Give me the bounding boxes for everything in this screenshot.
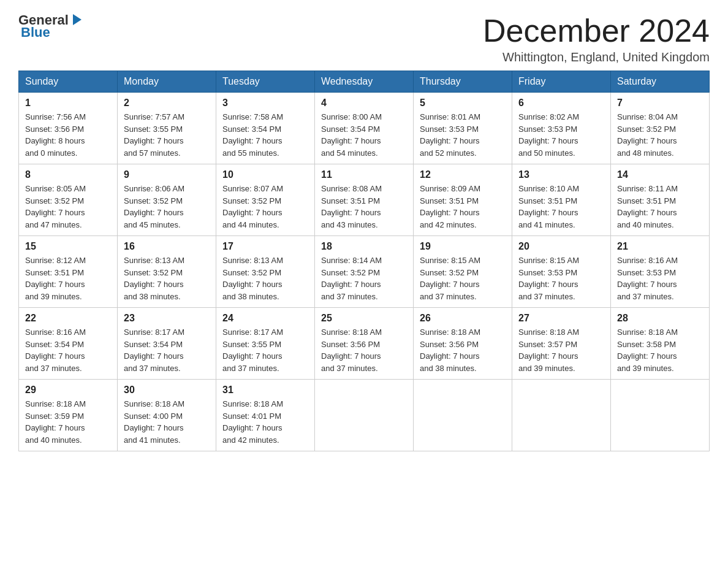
day-info: Sunrise: 8:18 AMSunset: 4:01 PMDaylight:… — [222, 399, 283, 445]
table-row: 8 Sunrise: 8:05 AMSunset: 3:52 PMDayligh… — [19, 164, 118, 236]
table-row: 23 Sunrise: 8:17 AMSunset: 3:54 PMDaylig… — [118, 308, 216, 380]
table-row: 5 Sunrise: 8:01 AMSunset: 3:53 PMDayligh… — [414, 93, 512, 164]
day-number: 30 — [124, 385, 210, 396]
day-number: 19 — [420, 241, 506, 252]
day-number: 11 — [321, 169, 407, 180]
table-row: 31 Sunrise: 8:18 AMSunset: 4:01 PMDaylig… — [216, 380, 315, 451]
table-row: 15 Sunrise: 8:12 AMSunset: 3:51 PMDaylig… — [19, 236, 118, 308]
day-info: Sunrise: 8:10 AMSunset: 3:51 PMDaylight:… — [518, 184, 579, 229]
day-info: Sunrise: 7:58 AMSunset: 3:54 PMDaylight:… — [222, 112, 283, 158]
calendar-table: Sunday Monday Tuesday Wednesday Thursday… — [18, 71, 710, 451]
day-info: Sunrise: 8:02 AMSunset: 3:53 PMDaylight:… — [518, 112, 579, 158]
table-row — [414, 380, 512, 451]
table-row: 12 Sunrise: 8:09 AMSunset: 3:51 PMDaylig… — [414, 164, 512, 236]
col-thursday: Thursday — [414, 71, 512, 93]
table-row — [611, 380, 710, 451]
table-row: 30 Sunrise: 8:18 AMSunset: 4:00 PMDaylig… — [118, 380, 216, 451]
day-number: 20 — [518, 241, 604, 252]
table-row: 10 Sunrise: 8:07 AMSunset: 3:52 PMDaylig… — [216, 164, 315, 236]
day-number: 22 — [25, 313, 111, 324]
day-info: Sunrise: 8:16 AMSunset: 3:54 PMDaylight:… — [25, 327, 86, 373]
location: Whittington, England, United Kingdom — [483, 50, 710, 64]
day-info: Sunrise: 8:00 AMSunset: 3:54 PMDaylight:… — [321, 112, 382, 158]
day-info: Sunrise: 8:09 AMSunset: 3:51 PMDaylight:… — [420, 184, 480, 229]
day-number: 31 — [222, 385, 308, 396]
calendar-week-row: 29 Sunrise: 8:18 AMSunset: 3:59 PMDaylig… — [19, 380, 710, 451]
title-block: December 2024 Whittington, England, Unit… — [483, 12, 710, 64]
col-monday: Monday — [118, 71, 216, 93]
table-row — [512, 380, 611, 451]
day-info: Sunrise: 8:15 AMSunset: 3:52 PMDaylight:… — [420, 256, 480, 301]
col-saturday: Saturday — [611, 71, 710, 93]
calendar-week-row: 8 Sunrise: 8:05 AMSunset: 3:52 PMDayligh… — [19, 164, 710, 236]
day-number: 4 — [321, 98, 407, 109]
day-number: 15 — [25, 241, 111, 252]
month-title: December 2024 — [483, 12, 710, 49]
day-info: Sunrise: 8:18 AMSunset: 3:59 PMDaylight:… — [25, 399, 86, 445]
day-number: 26 — [420, 313, 506, 324]
day-number: 28 — [617, 313, 703, 324]
page-header: General Blue December 2024 Whittington, … — [18, 12, 710, 64]
day-number: 2 — [124, 98, 210, 109]
day-info: Sunrise: 8:13 AMSunset: 3:52 PMDaylight:… — [222, 256, 283, 301]
calendar-week-row: 1 Sunrise: 7:56 AMSunset: 3:56 PMDayligh… — [19, 93, 710, 164]
svg-marker-0 — [73, 14, 82, 25]
table-row: 1 Sunrise: 7:56 AMSunset: 3:56 PMDayligh… — [19, 93, 118, 164]
day-number: 18 — [321, 241, 407, 252]
day-number: 13 — [518, 169, 604, 180]
day-info: Sunrise: 8:17 AMSunset: 3:55 PMDaylight:… — [222, 327, 283, 373]
day-number: 7 — [617, 98, 703, 109]
table-row: 22 Sunrise: 8:16 AMSunset: 3:54 PMDaylig… — [19, 308, 118, 380]
col-sunday: Sunday — [19, 71, 118, 93]
day-info: Sunrise: 8:07 AMSunset: 3:52 PMDaylight:… — [222, 184, 283, 229]
table-row: 27 Sunrise: 8:18 AMSunset: 3:57 PMDaylig… — [512, 308, 611, 380]
table-row: 13 Sunrise: 8:10 AMSunset: 3:51 PMDaylig… — [512, 164, 611, 236]
day-info: Sunrise: 8:16 AMSunset: 3:53 PMDaylight:… — [617, 256, 678, 301]
table-row: 4 Sunrise: 8:00 AMSunset: 3:54 PMDayligh… — [315, 93, 414, 164]
day-number: 25 — [321, 313, 407, 324]
day-info: Sunrise: 8:18 AMSunset: 3:56 PMDaylight:… — [420, 327, 480, 373]
day-number: 17 — [222, 241, 308, 252]
logo-arrow-icon — [70, 13, 84, 26]
day-number: 12 — [420, 169, 506, 180]
day-info: Sunrise: 8:13 AMSunset: 3:52 PMDaylight:… — [124, 256, 184, 301]
col-friday: Friday — [512, 71, 611, 93]
day-number: 29 — [25, 385, 111, 396]
calendar-week-row: 15 Sunrise: 8:12 AMSunset: 3:51 PMDaylig… — [19, 236, 710, 308]
table-row: 16 Sunrise: 8:13 AMSunset: 3:52 PMDaylig… — [118, 236, 216, 308]
day-number: 9 — [124, 169, 210, 180]
day-number: 3 — [222, 98, 308, 109]
table-row: 25 Sunrise: 8:18 AMSunset: 3:56 PMDaylig… — [315, 308, 414, 380]
col-wednesday: Wednesday — [315, 71, 414, 93]
day-info: Sunrise: 8:18 AMSunset: 4:00 PMDaylight:… — [124, 399, 184, 445]
day-info: Sunrise: 8:18 AMSunset: 3:56 PMDaylight:… — [321, 327, 382, 373]
day-number: 8 — [25, 169, 111, 180]
logo-blue: Blue — [21, 25, 50, 40]
day-number: 23 — [124, 313, 210, 324]
table-row: 7 Sunrise: 8:04 AMSunset: 3:52 PMDayligh… — [611, 93, 710, 164]
day-info: Sunrise: 8:17 AMSunset: 3:54 PMDaylight:… — [124, 327, 184, 373]
table-row: 29 Sunrise: 8:18 AMSunset: 3:59 PMDaylig… — [19, 380, 118, 451]
table-row: 19 Sunrise: 8:15 AMSunset: 3:52 PMDaylig… — [414, 236, 512, 308]
logo: General Blue — [18, 12, 84, 40]
table-row: 9 Sunrise: 8:06 AMSunset: 3:52 PMDayligh… — [118, 164, 216, 236]
day-info: Sunrise: 8:18 AMSunset: 3:58 PMDaylight:… — [617, 327, 678, 373]
day-number: 1 — [25, 98, 111, 109]
day-info: Sunrise: 8:01 AMSunset: 3:53 PMDaylight:… — [420, 112, 480, 158]
table-row: 2 Sunrise: 7:57 AMSunset: 3:55 PMDayligh… — [118, 93, 216, 164]
day-info: Sunrise: 8:18 AMSunset: 3:57 PMDaylight:… — [518, 327, 579, 373]
calendar-header-row: Sunday Monday Tuesday Wednesday Thursday… — [19, 71, 710, 93]
day-number: 5 — [420, 98, 506, 109]
day-number: 27 — [518, 313, 604, 324]
table-row: 17 Sunrise: 8:13 AMSunset: 3:52 PMDaylig… — [216, 236, 315, 308]
table-row: 14 Sunrise: 8:11 AMSunset: 3:51 PMDaylig… — [611, 164, 710, 236]
table-row: 28 Sunrise: 8:18 AMSunset: 3:58 PMDaylig… — [611, 308, 710, 380]
day-number: 24 — [222, 313, 308, 324]
day-info: Sunrise: 8:05 AMSunset: 3:52 PMDaylight:… — [25, 184, 86, 229]
day-info: Sunrise: 8:15 AMSunset: 3:53 PMDaylight:… — [518, 256, 579, 301]
table-row: 11 Sunrise: 8:08 AMSunset: 3:51 PMDaylig… — [315, 164, 414, 236]
day-info: Sunrise: 8:04 AMSunset: 3:52 PMDaylight:… — [617, 112, 678, 158]
table-row: 21 Sunrise: 8:16 AMSunset: 3:53 PMDaylig… — [611, 236, 710, 308]
day-info: Sunrise: 8:06 AMSunset: 3:52 PMDaylight:… — [124, 184, 184, 229]
col-tuesday: Tuesday — [216, 71, 315, 93]
